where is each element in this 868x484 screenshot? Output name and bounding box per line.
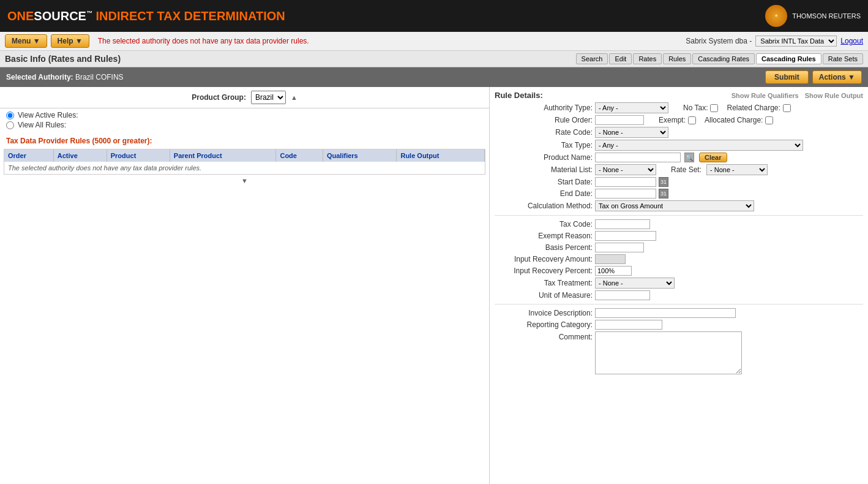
clear-button[interactable]: Clear xyxy=(699,153,727,162)
reporting-category-row: Reporting Category: xyxy=(495,320,863,330)
related-charge-checkbox[interactable] xyxy=(783,104,791,112)
exempt-checkbox[interactable] xyxy=(688,116,696,124)
nav-row: Menu ▼ Help ▼ The selected authority doe… xyxy=(0,32,868,51)
rule-order-label: Rule Order: xyxy=(495,116,593,124)
rate-set-label: Rate Set: xyxy=(671,165,702,174)
exempt-reason-label: Exempt Reason: xyxy=(495,232,593,240)
tr-logo: ☀ THOMSON REUTERS xyxy=(765,5,861,27)
product-name-row: Product Name: 🔍 Clear xyxy=(495,153,863,162)
tax-type-select[interactable]: - Any - xyxy=(595,140,803,151)
invoice-description-input[interactable] xyxy=(595,308,736,318)
app-title: ONESOURCE™ INDIRECT TAX DETERMINATION xyxy=(7,9,285,23)
end-date-input[interactable] xyxy=(595,189,656,199)
input-recovery-amount-label: Input Recovery Amount: xyxy=(495,255,593,263)
allocated-charge-label: Allocated Charge: xyxy=(705,116,763,124)
rate-set-select[interactable]: - None - xyxy=(706,164,768,175)
tab-edit[interactable]: Edit xyxy=(609,53,632,64)
submit-button[interactable]: Submit xyxy=(765,70,809,84)
tax-type-label: Tax Type: xyxy=(495,141,593,149)
help-button[interactable]: Help ▼ xyxy=(51,34,89,48)
show-output-link[interactable]: Show Rule Output xyxy=(805,92,863,99)
col-parent-product: Parent Product xyxy=(170,149,276,162)
rate-code-row: Rate Code: - None - xyxy=(495,127,863,138)
unit-of-measure-input[interactable] xyxy=(595,290,650,300)
product-name-input[interactable] xyxy=(595,153,681,162)
logout-button[interactable]: Logout xyxy=(840,37,863,45)
table-row: The selected authority does not have any… xyxy=(4,162,485,174)
tab-cascading-rules[interactable]: Cascading Rules xyxy=(756,53,821,64)
collapse-up-arrow[interactable]: ▲ xyxy=(291,94,297,101)
col-active: Active xyxy=(53,149,107,162)
tax-type-row: Tax Type: - Any - xyxy=(495,140,863,151)
actions-button[interactable]: Actions ▼ xyxy=(812,70,862,84)
product-group-row: Product Group: Brazil ▲ xyxy=(0,87,489,108)
start-date-input[interactable] xyxy=(595,177,656,187)
start-date-row: Start Date: 31 xyxy=(495,177,863,187)
tab-rates[interactable]: Rates xyxy=(633,53,662,64)
basis-percent-row: Basis Percent: xyxy=(495,243,863,252)
tab-rate-sets[interactable]: Rate Sets xyxy=(823,53,863,64)
tax-code-input[interactable] xyxy=(595,219,650,229)
start-date-label: Start Date: xyxy=(495,178,593,186)
no-rules-message: The selected authority does not have any… xyxy=(4,162,485,174)
rules-header: Tax Data Provider Rules (5000 or greater… xyxy=(0,135,489,146)
material-list-row: Material List: - None - Rate Set: - None… xyxy=(495,164,863,175)
exempt-reason-row: Exempt Reason: xyxy=(495,231,863,241)
material-list-select[interactable]: - None - xyxy=(595,164,656,175)
rule-order-input[interactable] xyxy=(595,115,644,125)
authority-type-row: Authority Type: - Any - No Tax: Related … xyxy=(495,102,863,113)
tr-company-name: THOMSON REUTERS xyxy=(792,12,861,20)
comment-row: Comment: xyxy=(495,331,863,374)
calc-method-row: Calculation Method: Tax on Gross Amount xyxy=(495,200,863,211)
user-info: Sabrix System dba - Sabrix INTL Tax Data… xyxy=(686,36,863,47)
product-group-select[interactable]: Brazil xyxy=(251,91,286,104)
show-qualifiers-link[interactable]: Show Rule Qualifiers xyxy=(731,92,799,99)
tab-cascading-rates[interactable]: Cascading Rates xyxy=(692,53,755,64)
product-name-search-icon[interactable]: 🔍 xyxy=(684,153,694,162)
material-list-label: Material List: xyxy=(495,165,593,174)
authority-bar: Selected Authority: Brazil COFINS Submit… xyxy=(0,67,868,87)
tab-bar: Search Edit Rates Rules Cascading Rates … xyxy=(576,53,863,64)
tax-treatment-label: Tax Treatment: xyxy=(495,279,593,287)
reporting-category-input[interactable] xyxy=(595,320,662,330)
view-all-row: View All Rules: xyxy=(6,121,483,129)
exempt-reason-input[interactable] xyxy=(595,231,656,241)
tax-treatment-select[interactable]: - None - xyxy=(595,278,675,289)
authority-type-select[interactable]: - Any - xyxy=(595,102,668,113)
rule-details-header: Rule Details: Show Rule Qualifiers Show … xyxy=(495,87,863,102)
right-panel: Rule Details: Show Rule Qualifiers Show … xyxy=(490,87,868,484)
view-active-radio[interactable] xyxy=(6,112,14,119)
invoice-description-row: Invoice Description: xyxy=(495,308,863,318)
unit-of-measure-row: Unit of Measure: xyxy=(495,290,863,300)
rate-code-select[interactable]: - None - xyxy=(595,127,668,138)
tax-treatment-row: Tax Treatment: - None - xyxy=(495,278,863,289)
related-charge-label: Related Charge: xyxy=(727,104,780,112)
end-date-calendar-icon[interactable]: 31 xyxy=(659,189,668,199)
input-recovery-percent-label: Input Recovery Percent: xyxy=(495,267,593,275)
no-tax-label: No Tax: xyxy=(683,104,708,112)
menu-button[interactable]: Menu ▼ xyxy=(5,34,47,48)
collapse-down-arrow[interactable]: ▼ xyxy=(241,177,248,184)
left-panel: Product Group: Brazil ▲ View Active Rule… xyxy=(0,87,490,484)
no-tax-checkbox[interactable] xyxy=(710,104,718,112)
start-date-calendar-icon[interactable]: 31 xyxy=(659,177,668,187)
tab-search[interactable]: Search xyxy=(576,53,608,64)
view-active-row: View Active Rules: xyxy=(6,111,483,119)
rule-order-row: Rule Order: Exempt: Allocated Charge: xyxy=(495,115,863,125)
input-recovery-amount-input[interactable] xyxy=(595,254,626,264)
tab-rules[interactable]: Rules xyxy=(663,53,691,64)
nav-message: The selected authority does not have any… xyxy=(98,37,309,45)
comment-label: Comment: xyxy=(495,331,593,341)
page-title: Basic Info (Rates and Rules) xyxy=(5,54,121,64)
input-recovery-amount-row: Input Recovery Amount: xyxy=(495,254,863,264)
basis-percent-input[interactable] xyxy=(595,243,644,252)
view-all-radio[interactable] xyxy=(6,121,14,129)
exempt-label: Exempt: xyxy=(659,116,686,124)
user-select[interactable]: Sabrix INTL Tax Data xyxy=(755,36,837,47)
tax-code-label: Tax Code: xyxy=(495,220,593,229)
allocated-charge-checkbox[interactable] xyxy=(765,116,773,124)
end-date-label: End Date: xyxy=(495,189,593,198)
comment-textarea[interactable] xyxy=(595,331,742,374)
calc-method-select[interactable]: Tax on Gross Amount xyxy=(595,200,754,211)
input-recovery-percent-input[interactable] xyxy=(595,266,632,276)
